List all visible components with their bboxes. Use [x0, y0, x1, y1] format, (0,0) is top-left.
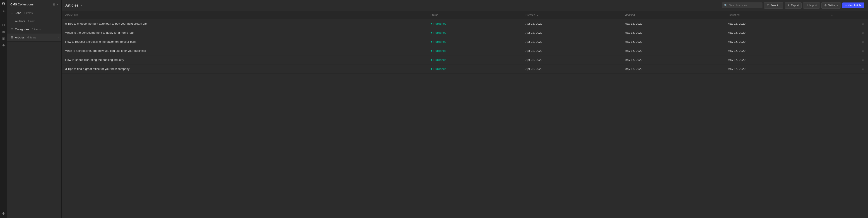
sidebar-layout-button[interactable]: ⊞ [53, 3, 55, 6]
status-dot-3 [431, 50, 432, 51]
td-created-3: Apr 28, 2020 [522, 46, 621, 56]
table-row: When is the perfect moment to apply for … [62, 28, 868, 37]
status-text-5: Published [434, 67, 446, 71]
table-row: What is a credit line, and how you can u… [62, 46, 868, 56]
main-content: Articles × 🔍 ☑ Select... ⬆ Export ⬇ [62, 0, 868, 218]
table-container: Article Title Status Created ▼ Modified [62, 11, 868, 218]
articles-title-area: Articles × [65, 3, 82, 7]
status-dot-5 [431, 68, 432, 70]
status-dot-0 [431, 23, 432, 25]
select-label: Select... [770, 4, 780, 7]
row-star-icon-4[interactable]: ☆ [862, 58, 864, 62]
search-box[interactable]: 🔍 [722, 2, 763, 8]
new-article-button[interactable]: + New Article [842, 2, 864, 8]
td-status-1: Published [427, 28, 522, 37]
import-button[interactable]: ⬇ Import [803, 2, 820, 9]
td-star-3[interactable]: ☆ [827, 46, 868, 56]
td-created-1: Apr 28, 2020 [522, 28, 621, 37]
row-star-icon-3[interactable]: ☆ [862, 49, 864, 52]
td-published-4: May 15, 2020 [724, 56, 827, 65]
collection-icon-categories: ☰ [10, 28, 13, 31]
app-container: W ＋ ☰ ⊟ ⊞ ◫ ⊕ ⚙ CMS Collections ⊞ × ☰ Jo… [0, 0, 868, 218]
td-published-3: May 15, 2020 [724, 46, 827, 56]
sidebar-item-count-authors: 1 item [28, 20, 35, 23]
th-modified: Modified [621, 11, 724, 19]
td-title-5: 3 Tips to find a great office for your n… [62, 65, 427, 73]
td-published-2: May 15, 2020 [724, 37, 827, 46]
articles-table-body: 5 Tips to choose the right auto loan to … [62, 19, 868, 73]
td-created-5: Apr 28, 2020 [522, 65, 621, 73]
sidebar-item-name-articles: Articles [15, 36, 25, 39]
select-icon: ☑ [767, 4, 769, 7]
sidebar-item-count-categories: 3 items [32, 28, 41, 31]
row-star-icon-0[interactable]: ☆ [862, 22, 864, 25]
gear-icon[interactable]: ⚙ [1, 211, 6, 216]
app-logo: W [2, 2, 5, 5]
td-title-3: What is a credit line, and how you can u… [62, 46, 427, 56]
settings-label: Settings [828, 4, 838, 7]
export-label: Export [791, 4, 799, 7]
import-label: Import [809, 4, 817, 7]
sidebar-close-button[interactable]: × [56, 3, 58, 6]
bookmark-icon[interactable]: ⊕ [1, 42, 6, 48]
export-icon: ⬆ [787, 4, 790, 7]
export-button[interactable]: ⬆ Export [785, 2, 802, 9]
row-star-icon-5[interactable]: ☆ [862, 67, 864, 71]
cart-icon[interactable]: ◫ [1, 36, 6, 41]
table-header-row: Article Title Status Created ▼ Modified [62, 11, 868, 19]
td-status-2: Published [427, 37, 522, 46]
new-article-label: + New Article [845, 4, 861, 7]
articles-actions: 🔍 ☑ Select... ⬆ Export ⬇ Import ⚙ [722, 2, 864, 9]
td-title-4: How is Banca disrupting the banking indu… [62, 56, 427, 65]
row-star-icon-2[interactable]: ☆ [862, 40, 864, 43]
table-row: 3 Tips to find a great office for your n… [62, 65, 868, 73]
td-modified-5: May 15, 2020 [621, 65, 724, 73]
articles-close-button[interactable]: × [81, 4, 82, 7]
sidebar-item-jobs[interactable]: ☰ Jobs 6 items [7, 9, 61, 17]
layers-icon[interactable]: ⊟ [1, 22, 6, 28]
th-created[interactable]: Created ▼ [522, 11, 621, 19]
td-published-5: May 15, 2020 [724, 65, 827, 73]
td-star-1[interactable]: ☆ [827, 28, 868, 37]
td-modified-4: May 15, 2020 [621, 56, 724, 65]
td-star-0[interactable]: ☆ [827, 19, 868, 28]
sidebar-item-authors[interactable]: ☰ Authors 1 item [7, 17, 61, 25]
add-icon[interactable]: ＋ [1, 9, 6, 14]
status-text-2: Published [434, 40, 446, 43]
td-status-5: Published [427, 65, 522, 73]
sidebar-item-articles[interactable]: ☰ Articles 6 items › [7, 33, 61, 42]
td-title-1: When is the perfect moment to apply for … [62, 28, 427, 37]
td-star-2[interactable]: ☆ [827, 37, 868, 46]
th-title: Article Title [62, 11, 427, 19]
tag-icon[interactable]: ⊞ [1, 29, 6, 34]
td-published-1: May 15, 2020 [724, 28, 827, 37]
td-created-0: Apr 28, 2020 [522, 19, 621, 28]
table-row: How to request a credit line increasemen… [62, 37, 868, 46]
td-published-0: May 15, 2020 [724, 19, 827, 28]
settings-button[interactable]: ⚙ Settings [822, 2, 841, 9]
td-star-4[interactable]: ☆ [827, 56, 868, 65]
td-star-5[interactable]: ☆ [827, 65, 868, 73]
sidebar-header-icons: ⊞ × [53, 3, 58, 6]
articles-panel-title: Articles [65, 3, 79, 7]
collection-icon-authors: ☰ [10, 20, 13, 23]
articles-header: Articles × 🔍 ☑ Select... ⬆ Export ⬇ [62, 0, 868, 11]
row-star-icon-1[interactable]: ☆ [862, 31, 864, 34]
collection-icon-articles: ☰ [10, 36, 13, 39]
status-text-3: Published [434, 49, 446, 52]
status-dot-1 [431, 32, 432, 33]
sidebar-header: CMS Collections ⊞ × [7, 0, 61, 9]
sidebar-item-categories[interactable]: ☰ Categories 3 items [7, 25, 61, 33]
search-input[interactable] [729, 4, 760, 7]
star-header-icon[interactable]: ☆ [831, 13, 833, 17]
menu-icon[interactable]: ☰ [1, 15, 6, 21]
th-published: Published [724, 11, 827, 19]
sidebar-item-name-jobs: Jobs [15, 11, 21, 15]
sidebar-title: CMS Collections [10, 3, 34, 6]
sidebar-item-count-jobs: 6 items [24, 11, 33, 15]
chevron-right-icon: › [58, 36, 59, 39]
td-title-0: 5 Tips to choose the right auto loan to … [62, 19, 427, 28]
select-button[interactable]: ☑ Select... [764, 2, 783, 9]
sidebar: CMS Collections ⊞ × ☰ Jobs 6 items ☰ Aut… [7, 0, 62, 218]
search-icon: 🔍 [724, 4, 727, 7]
